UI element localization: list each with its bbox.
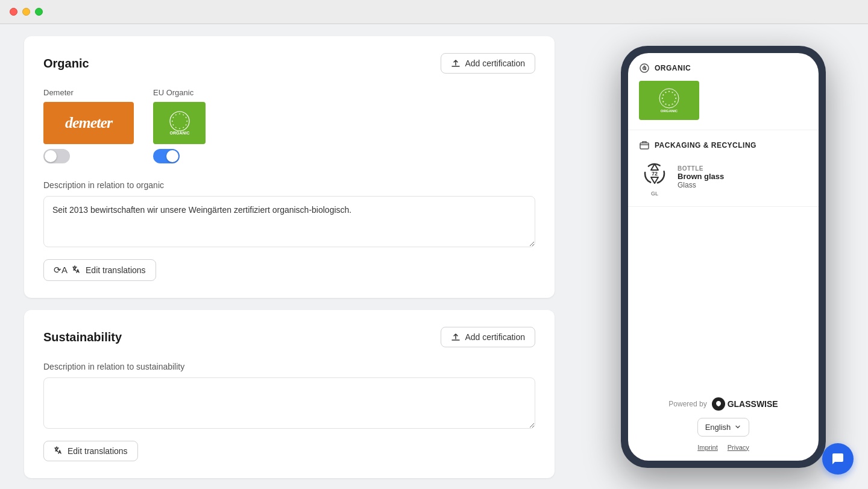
glasswise-icon bbox=[712, 397, 725, 411]
phone-organic-icon bbox=[639, 63, 650, 74]
sustainability-description-label: Description in relation to sustainabilit… bbox=[43, 362, 535, 371]
organic-add-cert-button[interactable]: Add certification bbox=[441, 53, 535, 74]
chat-button[interactable] bbox=[822, 443, 854, 475]
svg-marker-1 bbox=[178, 113, 180, 114]
phone-organic-section: ORGANIC bbox=[628, 53, 819, 130]
recycle-svg: 72 bbox=[640, 159, 669, 188]
sustainability-card: Sustainability Add certification Descrip… bbox=[24, 310, 555, 478]
eu-organic-toggle-thumb bbox=[166, 150, 178, 162]
phone-links: Imprint Privacy bbox=[697, 444, 749, 451]
language-selector[interactable]: English bbox=[697, 418, 750, 437]
phone-packaging-section: PACKAGING & RECYCLING 72 bbox=[628, 130, 819, 207]
gl-label: GL bbox=[651, 191, 658, 197]
svg-marker-2 bbox=[182, 113, 184, 115]
eu-stars-icon: ORGANIC bbox=[159, 107, 201, 140]
organic-description-textarea[interactable] bbox=[43, 196, 535, 247]
organic-card: Organic Add certification Demeter demete… bbox=[24, 36, 555, 298]
phone-eu-stars-icon: ORGANIC bbox=[642, 84, 696, 117]
eu-organic-cert-item: EU Organic bbox=[153, 88, 206, 163]
language-label: English bbox=[705, 423, 731, 432]
bottle-label: BOTTLE bbox=[678, 165, 808, 172]
translate-icon: ⟳A bbox=[54, 265, 68, 276]
phone-organic-title: ORGANIC bbox=[655, 64, 691, 72]
demeter-cert-item: Demeter demeter bbox=[43, 88, 134, 163]
glasswise-brand-label: GLASSWISE bbox=[728, 399, 778, 409]
svg-marker-10 bbox=[171, 120, 172, 122]
phone-packaging-row: 72 GL BOTTLE Brown glass Glass bbox=[639, 158, 808, 197]
sustainability-title: Sustainability bbox=[43, 330, 122, 344]
maximize-button[interactable] bbox=[35, 8, 43, 16]
certifications-row: Demeter demeter EU Organic bbox=[43, 88, 535, 163]
organic-card-header: Organic Add certification bbox=[43, 53, 535, 74]
svg-marker-4 bbox=[186, 120, 187, 122]
svg-rect-31 bbox=[640, 143, 649, 149]
window-chrome bbox=[0, 0, 868, 24]
demeter-text: demeter bbox=[65, 114, 112, 132]
phone-footer: Powered by GLASSWISE English bbox=[628, 207, 819, 461]
demeter-logo: demeter bbox=[43, 102, 134, 144]
upload-icon-2 bbox=[451, 332, 461, 342]
privacy-link[interactable]: Privacy bbox=[728, 444, 749, 451]
recycle-icon: 72 bbox=[639, 158, 670, 189]
translate-icon-svg bbox=[72, 265, 81, 275]
svg-text:ORGANIC: ORGANIC bbox=[661, 109, 678, 113]
phone-eu-organic-logo: ORGANIC bbox=[639, 81, 699, 120]
phone-packaging-header: PACKAGING & RECYCLING bbox=[639, 140, 808, 151]
imprint-link[interactable]: Imprint bbox=[697, 444, 718, 451]
demeter-toggle-thumb bbox=[45, 150, 57, 162]
svg-marker-11 bbox=[172, 116, 174, 119]
organic-description-label: Description in relation to organic bbox=[43, 180, 535, 190]
demeter-toggle-track bbox=[43, 149, 70, 163]
svg-marker-5 bbox=[184, 124, 186, 126]
glasswise-logo: GLASSWISE bbox=[712, 397, 778, 411]
organic-edit-translations-button[interactable]: ⟳A Edit translations bbox=[43, 259, 156, 281]
bottle-material: Glass bbox=[678, 181, 808, 189]
chevron-down-icon bbox=[734, 423, 741, 431]
upload-icon bbox=[451, 58, 461, 68]
svg-point-0 bbox=[170, 112, 189, 131]
svg-marker-8 bbox=[175, 126, 177, 128]
demeter-toggle-container bbox=[43, 149, 70, 163]
phone-screen: ORGANIC bbox=[628, 53, 819, 461]
svg-marker-3 bbox=[184, 116, 186, 119]
close-button[interactable] bbox=[10, 8, 17, 16]
translate-icon-svg-2 bbox=[54, 446, 63, 456]
organic-title: Organic bbox=[43, 57, 89, 71]
demeter-toggle[interactable] bbox=[43, 149, 70, 163]
demeter-label: Demeter bbox=[43, 88, 74, 97]
svg-marker-12 bbox=[175, 113, 177, 115]
svg-text:ORGANIC: ORGANIC bbox=[169, 131, 189, 135]
glasswise-icon-svg bbox=[714, 400, 723, 408]
chat-icon bbox=[831, 452, 845, 466]
eu-organic-toggle-container bbox=[153, 149, 180, 163]
powered-by-label: Powered by bbox=[668, 400, 706, 408]
packaging-info: BOTTLE Brown glass Glass bbox=[678, 165, 808, 189]
svg-text:72: 72 bbox=[652, 171, 658, 177]
recycle-container: 72 GL bbox=[639, 158, 670, 197]
svg-marker-9 bbox=[172, 124, 174, 126]
powered-by-row: Powered by GLASSWISE bbox=[668, 397, 778, 411]
phone-device: ORGANIC bbox=[621, 46, 826, 468]
organic-edit-translations-label: Edit translations bbox=[86, 265, 146, 275]
sustainability-add-cert-button[interactable]: Add certification bbox=[441, 327, 535, 347]
eu-organic-logo: ORGANIC bbox=[153, 102, 206, 144]
eu-organic-toggle-track bbox=[153, 149, 180, 163]
organic-add-cert-label: Add certification bbox=[465, 58, 525, 68]
eu-organic-label: EU Organic bbox=[153, 88, 193, 97]
bottle-type: Brown glass bbox=[678, 172, 808, 181]
sustainability-card-header: Sustainability Add certification bbox=[43, 327, 535, 347]
phone-mockup-area: ORGANIC bbox=[579, 24, 868, 489]
svg-marker-7 bbox=[178, 128, 180, 129]
phone-packaging-title: PACKAGING & RECYCLING bbox=[655, 141, 756, 150]
minimize-button[interactable] bbox=[22, 8, 30, 16]
sustainability-add-cert-label: Add certification bbox=[465, 332, 525, 342]
sustainability-edit-translations-label: Edit translations bbox=[68, 446, 128, 456]
sustainability-edit-translations-button[interactable]: Edit translations bbox=[43, 441, 138, 461]
eu-organic-toggle[interactable] bbox=[153, 149, 180, 163]
phone-packaging-icon bbox=[639, 140, 650, 151]
phone-organic-header: ORGANIC bbox=[639, 63, 808, 74]
main-content: Organic Add certification Demeter demete… bbox=[0, 24, 579, 489]
sustainability-description-textarea[interactable] bbox=[43, 377, 535, 429]
svg-marker-6 bbox=[182, 126, 184, 128]
